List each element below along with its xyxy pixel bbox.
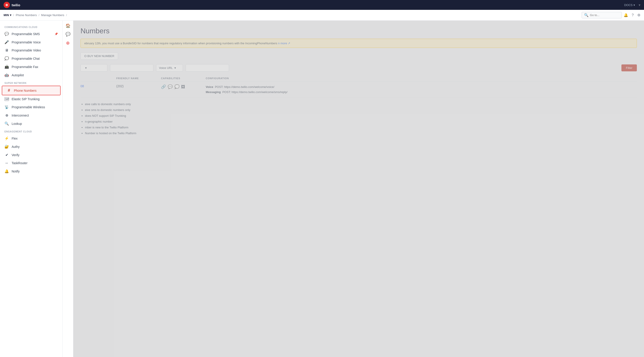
capabilities-icons: 🔗 💬 💭 🖼	[161, 84, 206, 89]
sidebar-item-label: Programmable Fax	[12, 65, 38, 69]
sidebar-item-label: Notify	[12, 170, 20, 173]
notify-icon: 🔔	[4, 169, 9, 173]
info-item-0: eive calls to domestic numbers only	[85, 101, 637, 107]
filter-input[interactable]	[110, 64, 154, 72]
dots-icon: ⊕	[66, 40, 70, 46]
sidebar-item-notify[interactable]: 🔔 Notify	[0, 167, 62, 175]
docs-chevron-icon: ▾	[634, 3, 635, 7]
nav-left: ⊕ twilio	[4, 2, 20, 8]
info-item-2: does NOT support SIP Trunking	[85, 113, 637, 119]
sms-icon: 💬	[4, 32, 9, 36]
sidebar-item-taskrouter[interactable]: ↔ TaskRouter	[0, 159, 62, 167]
verify-icon: ✔	[4, 153, 9, 157]
info-item-3: n-geographic number	[85, 119, 637, 124]
sidebar-item-label: Programmable Voice	[12, 40, 41, 44]
col-header-configuration: CONFIGURATION	[206, 77, 637, 80]
messaging-config-url: POST: https://demo.twilio.com/welcome/sm…	[222, 90, 287, 94]
breadcrumb-bar: MIN ▾ / Phone Numbers / Manage Numbers /…	[0, 10, 644, 20]
docs-button[interactable]: DOCS ▾	[624, 3, 635, 7]
authy-icon: 🔐	[4, 144, 9, 149]
sidebar-item-lookup[interactable]: 🔍 Lookup	[0, 120, 62, 128]
alert-link[interactable]: n more ↗	[278, 42, 290, 45]
voice-config: Voice POST: https://demo.twilio.com/welc…	[206, 84, 637, 90]
pin-icon: 📌	[54, 32, 58, 36]
search-input[interactable]	[590, 14, 620, 17]
sidebar-item-label: TaskRouter	[12, 161, 28, 165]
sidebar-item-label: Interconnect	[12, 114, 29, 117]
sidebar-item-elastic-sip[interactable]: SIP Elastic SIP Trunking	[0, 95, 62, 103]
top-navigation: ⊕ twilio DOCS ▾ ▾	[0, 0, 644, 10]
right-icon-panel: 🏠 💬 ⊕	[62, 20, 73, 357]
filter-dropdown-voice-url[interactable]: Voice URL ▾	[156, 64, 183, 72]
section-label-engagement: ENGAGEMENT CLOUD	[0, 128, 62, 134]
sidebar-item-label: Programmable Wireless	[12, 105, 45, 109]
table-row: 08 (202) 🔗 💬 💭 🖼 Voice POST: https://dem…	[80, 82, 637, 98]
help-icon[interactable]: ?	[632, 13, 634, 17]
sidebar-item-programmable-sms[interactable]: 💬 Programmable SMS 📌	[0, 30, 62, 38]
sidebar-item-label: Programmable Video	[12, 48, 41, 52]
sidebar-item-label: Programmable Chat	[12, 57, 40, 60]
sidebar-item-programmable-wireless[interactable]: 📡 Programmable Wireless	[0, 103, 62, 111]
chat-panel-icon[interactable]: 💬	[66, 32, 70, 37]
account-selector[interactable]: MIN ▾	[4, 14, 12, 17]
sidebar-item-label: Lookup	[12, 122, 22, 126]
filter-button[interactable]: Filter	[622, 64, 637, 71]
info-item-4: mber is new to the Twilio Platform	[85, 124, 637, 130]
page-title: Numbers	[80, 27, 637, 35]
sidebar-item-label: Autopilot	[12, 73, 24, 77]
sidebar-item-programmable-fax[interactable]: 📠 Programmable Fax	[0, 63, 62, 71]
buy-number-button[interactable]: O BUY NEW NUMBER	[80, 52, 118, 60]
sidebar-item-flex[interactable]: ⚡ Flex	[0, 134, 62, 142]
alert-banner: ebruary 12th, you must use a BundleSID f…	[80, 39, 637, 48]
info-list: eive calls to domestic numbers only eive…	[80, 101, 637, 136]
messaging-config-label: Messaging	[206, 90, 221, 94]
sidebar-item-label: Verify	[12, 153, 20, 157]
breadcrumb-separator-3: /	[66, 14, 67, 17]
messaging-config: Messaging POST: https://demo.twilio.com/…	[206, 90, 637, 94]
sidebar-item-phone-numbers[interactable]: # Phone Numbers	[2, 86, 60, 95]
autopilot-icon: 🤖	[4, 73, 9, 77]
flex-icon: ⚡	[4, 136, 9, 140]
filter-input-2[interactable]	[186, 64, 229, 72]
filter-row: ▾ Voice URL ▾ Filter	[80, 64, 637, 72]
interconnect-icon: ⊕	[4, 113, 9, 118]
sidebar: COMMUNICATIONS CLOUD 💬 Programmable SMS …	[0, 20, 62, 357]
info-item-5: Number is hosted on the Twilio Platform	[85, 130, 637, 136]
sidebar-item-programmable-voice[interactable]: 🎤 Programmable Voice	[0, 38, 62, 46]
search-box[interactable]: 🔍	[582, 12, 622, 18]
breadcrumb-phone-numbers[interactable]: Phone Numbers	[16, 14, 37, 17]
phone-number-link[interactable]: 08	[80, 84, 116, 88]
filter-voice-url-label: Voice URL	[159, 66, 173, 70]
sidebar-item-verify[interactable]: ✔ Verify	[0, 151, 62, 159]
main-content: Numbers ebruary 12th, you must use a Bun…	[73, 20, 644, 357]
wireless-icon: 📡	[4, 105, 9, 109]
filter-dropdown-1[interactable]: ▾	[80, 64, 107, 72]
sidebar-item-label: Elastic SIP Trunking	[12, 97, 40, 101]
alert-icon[interactable]: 🔔	[624, 13, 628, 17]
sidebar-item-interconnect[interactable]: ⊕ Interconnect	[0, 111, 62, 120]
nav-right: DOCS ▾ ▾	[624, 3, 640, 7]
sidebar-item-authy[interactable]: 🔐 Authy	[0, 142, 62, 151]
docs-label: DOCS	[624, 3, 632, 7]
breadcrumb-icons: 🔔 ? ⚙	[624, 13, 640, 17]
sidebar-item-programmable-chat[interactable]: 💭 Programmable Chat	[0, 54, 62, 63]
sidebar-item-autopilot[interactable]: 🤖 Autopilot	[0, 71, 62, 79]
content-inner: Numbers ebruary 12th, you must use a Bun…	[73, 20, 644, 142]
home-panel-icon[interactable]: 🏠	[66, 23, 70, 28]
sms-capability-icon: 💬	[168, 84, 173, 89]
nav-chevron-icon: ▾	[639, 3, 640, 7]
voice-capability-icon: 🔗	[161, 84, 166, 89]
voice-icon: 🎤	[4, 40, 9, 44]
search-icon: 🔍	[584, 13, 588, 17]
breadcrumb-manage-numbers[interactable]: Manage Numbers	[41, 14, 64, 17]
mms-capability-icon: 💭	[174, 84, 179, 89]
video-icon: 🖥	[4, 48, 9, 52]
twilio-logo[interactable]: ⊕ twilio	[4, 2, 20, 8]
fax-capability-icon: 🖼	[181, 84, 185, 89]
sidebar-item-programmable-video[interactable]: 🖥 Programmable Video	[0, 46, 62, 54]
voice-config-label: Voice	[206, 85, 213, 88]
table-header: FRIENDLY NAME CAPABILITIES CONFIGURATION	[80, 75, 637, 82]
notification-panel-icon[interactable]: ⊕	[66, 40, 70, 46]
account-name: MIN	[4, 14, 9, 17]
settings-icon[interactable]: ⚙	[637, 13, 640, 17]
